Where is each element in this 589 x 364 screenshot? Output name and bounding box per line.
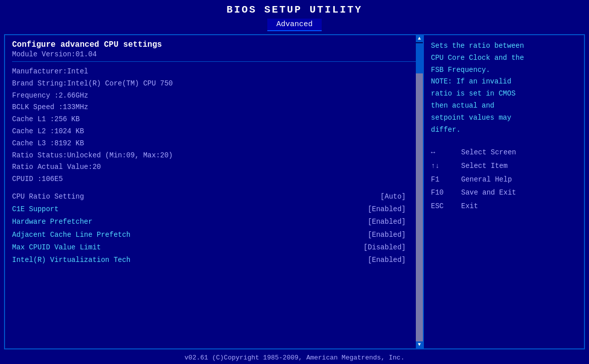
title-text: BIOS SETUP UTILITY: [227, 4, 362, 16]
module-version: Module Version:01.04: [12, 50, 416, 58]
right-description: Sets the ratio between CPU Core Clock an…: [431, 40, 577, 136]
menu-virt-tech[interactable]: Intel(R) Virtualization Tech [Enabled]: [12, 254, 416, 266]
menu-section: CPU Ratio Setting [Auto] C1E Support [En…: [12, 191, 416, 266]
help-key-f10: F10: [431, 186, 451, 200]
help-key-arrows: ↔: [431, 146, 451, 159]
scroll-thumb[interactable]: [416, 43, 423, 73]
info-bclk: BCLK Speed :133MHz: [12, 102, 416, 114]
main-content: Configure advanced CPU settings Module V…: [4, 34, 585, 349]
info-rows: Manufacturer:Intel Brand String:Intel(R)…: [12, 66, 416, 186]
bios-title: BIOS SETUP UTILITY: [0, 0, 589, 18]
help-desc-item: Select Item: [461, 159, 507, 173]
menu-hw-prefetcher[interactable]: Hardware Prefetcher [Enabled]: [12, 216, 416, 228]
menu-max-cpuid[interactable]: Max CPUID Value Limit [Disabled]: [12, 241, 416, 254]
info-cache-l2: Cache L2 :1024 KB: [12, 126, 416, 138]
menu-max-cpuid-label: Max CPUID Value Limit: [12, 241, 101, 254]
divider: [12, 61, 416, 62]
help-desc-screen: Select Screen: [461, 146, 516, 159]
help-desc-esc: Exit: [461, 200, 478, 213]
menu-adj-cache-label: Adjacent Cache Line Prefetch: [12, 229, 130, 241]
info-cpuid: CPUID :106E5: [12, 173, 416, 186]
tab-bar: Advanced: [0, 18, 589, 32]
menu-virt-tech-value: [Enabled]: [367, 254, 406, 266]
help-desc-f10: Save and Exit: [461, 186, 516, 200]
menu-c1e-label: C1E Support: [12, 203, 58, 216]
footer: v02.61 (C)Copyright 1985-2009, American …: [0, 351, 589, 364]
bios-screen: BIOS SETUP UTILITY Advanced Configure ad…: [0, 0, 589, 364]
menu-virt-tech-label: Intel(R) Virtualization Tech: [12, 254, 130, 266]
help-key-f1: F1: [431, 173, 451, 187]
scroll-up-arrow[interactable]: ▲: [416, 35, 423, 42]
menu-cpu-ratio[interactable]: CPU Ratio Setting [Auto]: [12, 191, 416, 203]
scroll-down-arrow[interactable]: ▼: [416, 341, 423, 348]
help-select-item: ↑↓ Select Item: [431, 159, 577, 173]
left-panel: Configure advanced CPU settings Module V…: [4, 34, 424, 349]
right-help: ↔ Select Screen ↑↓ Select Item F1 Genera…: [431, 146, 577, 213]
help-key-esc: ESC: [431, 200, 451, 213]
help-save-exit: F10 Save and Exit: [431, 186, 577, 200]
menu-c1e-support[interactable]: C1E Support [Enabled]: [12, 203, 416, 216]
menu-cpu-ratio-value: [Auto]: [381, 191, 406, 203]
info-frequency: Frequency :2.66GHz: [12, 90, 416, 102]
menu-hw-prefetcher-label: Hardware Prefetcher: [12, 216, 93, 228]
scrollbar[interactable]: ▲ ▼: [416, 35, 423, 348]
menu-adj-cache[interactable]: Adjacent Cache Line Prefetch [Enabled]: [12, 229, 416, 241]
info-ratio-actual: Ratio Actual Value:20: [12, 161, 416, 173]
tab-advanced[interactable]: Advanced: [267, 19, 322, 31]
menu-hw-prefetcher-value: [Enabled]: [367, 216, 406, 228]
help-general-help: F1 General Help: [431, 173, 577, 187]
scroll-track: [416, 73, 423, 341]
menu-max-cpuid-value: [Disabled]: [363, 241, 406, 254]
info-manufacturer: Manufacturer:Intel: [12, 66, 416, 78]
menu-adj-cache-value: [Enabled]: [367, 229, 406, 241]
menu-cpu-ratio-label: CPU Ratio Setting: [12, 191, 84, 203]
info-ratio-status: Ratio Status:Unlocked (Min:09, Max:20): [12, 150, 416, 162]
section-title: Configure advanced CPU settings: [12, 40, 416, 49]
help-key-updown: ↑↓: [431, 159, 451, 173]
info-brand: Brand String:Intel(R) Core(TM) CPU 750: [12, 78, 416, 90]
info-cache-l1: Cache L1 :256 KB: [12, 114, 416, 126]
help-exit: ESC Exit: [431, 200, 577, 213]
footer-text: v02.61 (C)Copyright 1985-2009, American …: [185, 354, 405, 361]
help-select-screen: ↔ Select Screen: [431, 146, 577, 159]
menu-c1e-value: [Enabled]: [367, 203, 406, 216]
right-panel: Sets the ratio between CPU Core Clock an…: [424, 34, 585, 349]
info-cache-l3: Cache L3 :8192 KB: [12, 138, 416, 150]
help-desc-f1: General Help: [461, 173, 512, 187]
